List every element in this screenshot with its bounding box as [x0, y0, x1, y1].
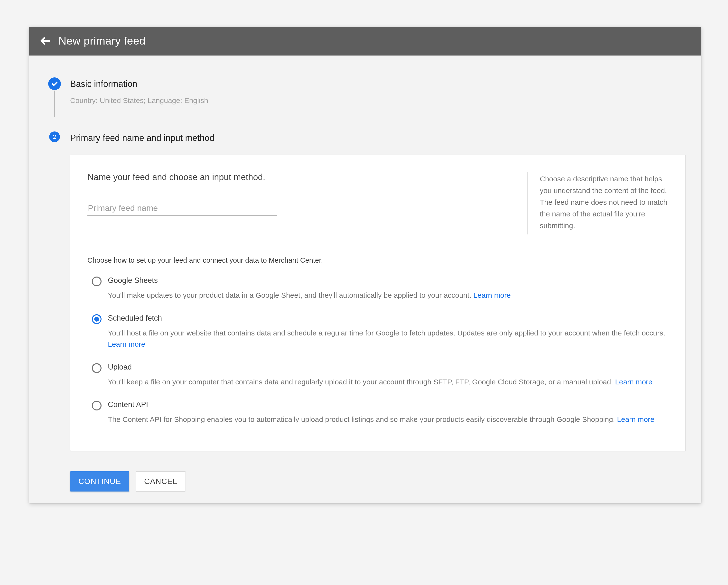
option-label: Scheduled fetch — [108, 314, 668, 323]
dialog-footer: CONTINUE CANCEL — [70, 471, 686, 491]
option-body: Content APIThe Content API for Shopping … — [108, 400, 668, 425]
option-body: Scheduled fetchYou'll host a file on you… — [108, 314, 668, 350]
option-label: Upload — [108, 363, 668, 372]
stepper: Basic information Country: United States… — [48, 77, 686, 451]
input-method-option[interactable]: Google SheetsYou'll make updates to your… — [87, 272, 668, 310]
option-description: The Content API for Shopping enables you… — [108, 414, 668, 425]
radio-icon[interactable] — [92, 314, 102, 324]
option-body: Google SheetsYou'll make updates to your… — [108, 276, 668, 301]
step1-content: Basic information Country: United States… — [61, 77, 686, 105]
input-method-option[interactable]: UploadYou'll keep a file on your compute… — [87, 358, 668, 396]
cancel-button[interactable]: CANCEL — [136, 471, 186, 491]
learn-more-link[interactable]: Learn more — [473, 291, 511, 299]
panel-top: Name your feed and choose an input metho… — [87, 172, 668, 234]
stepper-connector — [54, 90, 55, 117]
step-complete-icon — [48, 77, 61, 90]
step2-content: Primary feed name and input method Name … — [61, 131, 686, 451]
back-arrow-icon[interactable] — [40, 35, 51, 47]
input-method-option[interactable]: Content APIThe Content API for Shopping … — [87, 396, 668, 433]
step1-title: Basic information — [70, 77, 686, 89]
radio-icon[interactable] — [92, 276, 102, 286]
panel-heading: Name your feed and choose an input metho… — [87, 172, 513, 182]
dialog-header: New primary feed — [29, 27, 701, 55]
dialog-body: Basic information Country: United States… — [29, 55, 701, 503]
learn-more-link[interactable]: Learn more — [108, 340, 145, 348]
option-body: UploadYou'll keep a file on your compute… — [108, 363, 668, 388]
step2-panel: Name your feed and choose an input metho… — [70, 155, 686, 451]
dialog-card: New primary feed Basic information Count… — [29, 27, 701, 503]
step2-title: Primary feed name and input method — [70, 131, 686, 143]
step1-subtitle: Country: United States; Language: Englis… — [70, 97, 686, 105]
step-basic-information: Basic information Country: United States… — [48, 77, 686, 105]
radio-icon[interactable] — [92, 401, 102, 410]
input-method-option[interactable]: Scheduled fetchYou'll host a file on you… — [87, 310, 668, 358]
panel-left: Name your feed and choose an input metho… — [87, 172, 513, 234]
continue-button[interactable]: CONTINUE — [70, 471, 129, 491]
step-number-badge: 2 — [49, 131, 60, 142]
option-description: You'll keep a file on your computer that… — [108, 376, 668, 388]
learn-more-link[interactable]: Learn more — [615, 378, 652, 386]
option-description: You'll host a file on your website that … — [108, 327, 668, 350]
choose-method-label: Choose how to set up your feed and conne… — [87, 256, 668, 264]
learn-more-link[interactable]: Learn more — [617, 415, 654, 423]
panel-help-text: Choose a descriptive name that helps you… — [527, 172, 668, 234]
option-label: Content API — [108, 400, 668, 409]
step-feed-name: 2 Primary feed name and input method Nam… — [48, 131, 686, 451]
radio-icon[interactable] — [92, 363, 102, 373]
primary-feed-name-input[interactable] — [87, 202, 277, 216]
option-label: Google Sheets — [108, 276, 668, 285]
input-method-options: Google SheetsYou'll make updates to your… — [87, 272, 668, 433]
option-description: You'll make updates to your product data… — [108, 290, 668, 301]
dialog-title: New primary feed — [58, 34, 145, 47]
